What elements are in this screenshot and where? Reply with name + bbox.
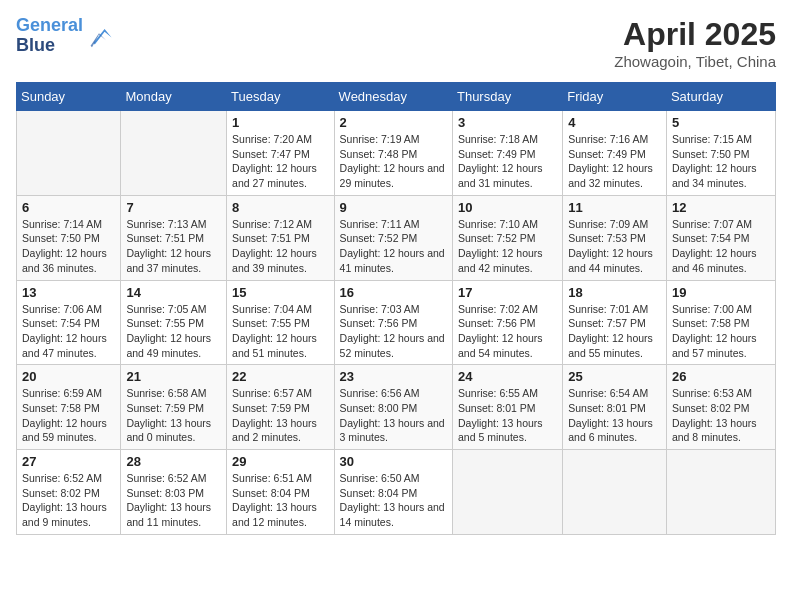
calendar-cell: [17, 111, 121, 196]
calendar-cell: 19Sunrise: 7:00 AMSunset: 7:58 PMDayligh…: [666, 280, 775, 365]
day-detail: Sunrise: 7:19 AMSunset: 7:48 PMDaylight:…: [340, 132, 447, 191]
calendar-cell: [563, 450, 667, 535]
day-number: 21: [126, 369, 221, 384]
day-number: 6: [22, 200, 115, 215]
day-detail: Sunrise: 7:20 AMSunset: 7:47 PMDaylight:…: [232, 132, 328, 191]
day-detail: Sunrise: 6:58 AMSunset: 7:59 PMDaylight:…: [126, 386, 221, 445]
weekday-header-sunday: Sunday: [17, 83, 121, 111]
calendar-week-2: 6Sunrise: 7:14 AMSunset: 7:50 PMDaylight…: [17, 195, 776, 280]
day-number: 2: [340, 115, 447, 130]
day-number: 7: [126, 200, 221, 215]
calendar-cell: 15Sunrise: 7:04 AMSunset: 7:55 PMDayligh…: [227, 280, 334, 365]
calendar-cell: [121, 111, 227, 196]
weekday-header-row: SundayMondayTuesdayWednesdayThursdayFrid…: [17, 83, 776, 111]
calendar-week-3: 13Sunrise: 7:06 AMSunset: 7:54 PMDayligh…: [17, 280, 776, 365]
day-number: 3: [458, 115, 557, 130]
day-detail: Sunrise: 6:55 AMSunset: 8:01 PMDaylight:…: [458, 386, 557, 445]
calendar-cell: 24Sunrise: 6:55 AMSunset: 8:01 PMDayligh…: [452, 365, 562, 450]
day-number: 13: [22, 285, 115, 300]
day-detail: Sunrise: 7:10 AMSunset: 7:52 PMDaylight:…: [458, 217, 557, 276]
day-detail: Sunrise: 6:50 AMSunset: 8:04 PMDaylight:…: [340, 471, 447, 530]
day-detail: Sunrise: 7:09 AMSunset: 7:53 PMDaylight:…: [568, 217, 661, 276]
day-detail: Sunrise: 6:53 AMSunset: 8:02 PMDaylight:…: [672, 386, 770, 445]
day-detail: Sunrise: 6:56 AMSunset: 8:00 PMDaylight:…: [340, 386, 447, 445]
logo: GeneralBlue: [16, 16, 113, 56]
day-detail: Sunrise: 6:59 AMSunset: 7:58 PMDaylight:…: [22, 386, 115, 445]
calendar-cell: 16Sunrise: 7:03 AMSunset: 7:56 PMDayligh…: [334, 280, 452, 365]
calendar-cell: 8Sunrise: 7:12 AMSunset: 7:51 PMDaylight…: [227, 195, 334, 280]
calendar-cell: 7Sunrise: 7:13 AMSunset: 7:51 PMDaylight…: [121, 195, 227, 280]
calendar-cell: 21Sunrise: 6:58 AMSunset: 7:59 PMDayligh…: [121, 365, 227, 450]
day-number: 29: [232, 454, 328, 469]
calendar-cell: 5Sunrise: 7:15 AMSunset: 7:50 PMDaylight…: [666, 111, 775, 196]
day-detail: Sunrise: 7:16 AMSunset: 7:49 PMDaylight:…: [568, 132, 661, 191]
day-detail: Sunrise: 7:03 AMSunset: 7:56 PMDaylight:…: [340, 302, 447, 361]
weekday-header-friday: Friday: [563, 83, 667, 111]
calendar-cell: 17Sunrise: 7:02 AMSunset: 7:56 PMDayligh…: [452, 280, 562, 365]
day-detail: Sunrise: 7:18 AMSunset: 7:49 PMDaylight:…: [458, 132, 557, 191]
day-number: 24: [458, 369, 557, 384]
day-number: 30: [340, 454, 447, 469]
weekday-header-monday: Monday: [121, 83, 227, 111]
day-number: 10: [458, 200, 557, 215]
day-detail: Sunrise: 6:52 AMSunset: 8:02 PMDaylight:…: [22, 471, 115, 530]
day-number: 18: [568, 285, 661, 300]
calendar-cell: 14Sunrise: 7:05 AMSunset: 7:55 PMDayligh…: [121, 280, 227, 365]
calendar-cell: [452, 450, 562, 535]
calendar-cell: 20Sunrise: 6:59 AMSunset: 7:58 PMDayligh…: [17, 365, 121, 450]
day-detail: Sunrise: 6:52 AMSunset: 8:03 PMDaylight:…: [126, 471, 221, 530]
day-number: 16: [340, 285, 447, 300]
day-number: 25: [568, 369, 661, 384]
page-header: GeneralBlue April 2025 Zhowagoin, Tibet,…: [16, 16, 776, 70]
calendar-cell: 13Sunrise: 7:06 AMSunset: 7:54 PMDayligh…: [17, 280, 121, 365]
day-detail: Sunrise: 7:14 AMSunset: 7:50 PMDaylight:…: [22, 217, 115, 276]
calendar-cell: 18Sunrise: 7:01 AMSunset: 7:57 PMDayligh…: [563, 280, 667, 365]
calendar-header: SundayMondayTuesdayWednesdayThursdayFrid…: [17, 83, 776, 111]
day-number: 27: [22, 454, 115, 469]
calendar-cell: 27Sunrise: 6:52 AMSunset: 8:02 PMDayligh…: [17, 450, 121, 535]
calendar-week-4: 20Sunrise: 6:59 AMSunset: 7:58 PMDayligh…: [17, 365, 776, 450]
logo-icon: [85, 22, 113, 50]
location: Zhowagoin, Tibet, China: [614, 53, 776, 70]
day-number: 23: [340, 369, 447, 384]
calendar-cell: 9Sunrise: 7:11 AMSunset: 7:52 PMDaylight…: [334, 195, 452, 280]
day-detail: Sunrise: 7:07 AMSunset: 7:54 PMDaylight:…: [672, 217, 770, 276]
calendar-cell: 29Sunrise: 6:51 AMSunset: 8:04 PMDayligh…: [227, 450, 334, 535]
day-number: 28: [126, 454, 221, 469]
day-number: 12: [672, 200, 770, 215]
calendar-cell: 11Sunrise: 7:09 AMSunset: 7:53 PMDayligh…: [563, 195, 667, 280]
day-number: 4: [568, 115, 661, 130]
day-detail: Sunrise: 7:02 AMSunset: 7:56 PMDaylight:…: [458, 302, 557, 361]
day-number: 22: [232, 369, 328, 384]
day-number: 9: [340, 200, 447, 215]
day-detail: Sunrise: 6:51 AMSunset: 8:04 PMDaylight:…: [232, 471, 328, 530]
calendar-cell: 22Sunrise: 6:57 AMSunset: 7:59 PMDayligh…: [227, 365, 334, 450]
day-detail: Sunrise: 7:00 AMSunset: 7:58 PMDaylight:…: [672, 302, 770, 361]
calendar-cell: 2Sunrise: 7:19 AMSunset: 7:48 PMDaylight…: [334, 111, 452, 196]
calendar-cell: 10Sunrise: 7:10 AMSunset: 7:52 PMDayligh…: [452, 195, 562, 280]
logo-text: GeneralBlue: [16, 16, 83, 56]
day-number: 20: [22, 369, 115, 384]
calendar-cell: 6Sunrise: 7:14 AMSunset: 7:50 PMDaylight…: [17, 195, 121, 280]
day-number: 26: [672, 369, 770, 384]
day-detail: Sunrise: 6:57 AMSunset: 7:59 PMDaylight:…: [232, 386, 328, 445]
day-detail: Sunrise: 7:11 AMSunset: 7:52 PMDaylight:…: [340, 217, 447, 276]
calendar-body: 1Sunrise: 7:20 AMSunset: 7:47 PMDaylight…: [17, 111, 776, 535]
day-detail: Sunrise: 7:01 AMSunset: 7:57 PMDaylight:…: [568, 302, 661, 361]
day-number: 15: [232, 285, 328, 300]
day-detail: Sunrise: 7:13 AMSunset: 7:51 PMDaylight:…: [126, 217, 221, 276]
calendar-cell: 25Sunrise: 6:54 AMSunset: 8:01 PMDayligh…: [563, 365, 667, 450]
day-number: 14: [126, 285, 221, 300]
calendar-week-5: 27Sunrise: 6:52 AMSunset: 8:02 PMDayligh…: [17, 450, 776, 535]
calendar-cell: 26Sunrise: 6:53 AMSunset: 8:02 PMDayligh…: [666, 365, 775, 450]
calendar-cell: 23Sunrise: 6:56 AMSunset: 8:00 PMDayligh…: [334, 365, 452, 450]
day-detail: Sunrise: 7:15 AMSunset: 7:50 PMDaylight:…: [672, 132, 770, 191]
calendar-cell: 28Sunrise: 6:52 AMSunset: 8:03 PMDayligh…: [121, 450, 227, 535]
weekday-header-tuesday: Tuesday: [227, 83, 334, 111]
day-number: 19: [672, 285, 770, 300]
day-detail: Sunrise: 6:54 AMSunset: 8:01 PMDaylight:…: [568, 386, 661, 445]
month-title: April 2025: [614, 16, 776, 53]
day-number: 17: [458, 285, 557, 300]
day-detail: Sunrise: 7:04 AMSunset: 7:55 PMDaylight:…: [232, 302, 328, 361]
calendar-cell: 3Sunrise: 7:18 AMSunset: 7:49 PMDaylight…: [452, 111, 562, 196]
